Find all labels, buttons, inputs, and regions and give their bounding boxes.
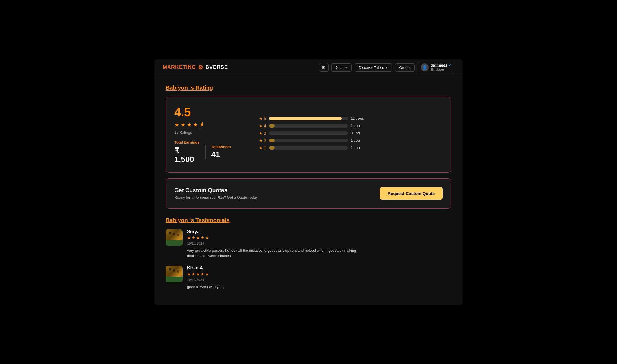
jobs-label: Jobs	[336, 65, 343, 70]
user-role: Employer	[431, 68, 451, 71]
testimonials-section-title: Babiyon 's Testimonials	[166, 217, 451, 223]
bar-star-1: ★1	[259, 146, 266, 150]
messages-icon: ✉	[322, 65, 325, 70]
bar-track-1	[269, 146, 348, 150]
logo-gear-icon: ⚙	[198, 64, 203, 71]
messages-button[interactable]: ✉	[319, 63, 329, 72]
rating-bars: ★5 12 users ★4 1 user ★3	[259, 116, 443, 153]
ratings-count: 15 Ratings	[174, 130, 236, 135]
testimonial-stars-1: ★ ★ ★ ★ ★	[187, 235, 357, 240]
star-1: ★	[174, 121, 179, 128]
quotes-title: Get Custom Quotes	[174, 187, 259, 194]
avatar-landscape-2	[166, 266, 183, 282]
bar-label-5: 12 users	[351, 117, 365, 120]
testimonial-name-1: Surya	[187, 229, 357, 234]
rating-left: 4.5 ★ ★ ★ ★ ⯨ 15 Ratings Total Earnings …	[174, 106, 236, 164]
testimonial-content-2: Kiran A ★ ★ ★ ★ ★ 19/10/2024 good to wor…	[187, 266, 223, 290]
jobs-chevron-icon: ▼	[345, 66, 347, 69]
avatar-landscape-1	[166, 229, 183, 246]
bar-label-1: 1 user	[351, 146, 365, 150]
navbar: MARKETING ⚙ BVERSE ✉ Jobs ▼ Discover Tal…	[154, 59, 463, 76]
rating-stars: ★ ★ ★ ★ ⯨	[174, 121, 236, 128]
bar-fill-5	[269, 117, 342, 120]
bar-row-4: ★4 1 user	[259, 124, 443, 128]
jobs-button[interactable]: Jobs ▼	[331, 63, 352, 72]
bar-star-2: ★2	[259, 138, 266, 143]
testimonial-avatar-2	[166, 266, 183, 282]
discover-talent-button[interactable]: Discover Talent ▼	[355, 63, 392, 72]
star-2: ★	[181, 121, 186, 128]
testimonial-item-2: Kiran A ★ ★ ★ ★ ★ 19/10/2024 good to wor…	[166, 266, 451, 290]
bar-label-3: 0 user	[351, 131, 365, 135]
bar-star-4: ★4	[259, 124, 266, 128]
orders-button[interactable]: Orders	[395, 63, 415, 72]
bar-track-4	[269, 124, 348, 128]
bar-star-5: ★5	[259, 116, 266, 121]
bar-fill-2	[269, 139, 275, 142]
bar-star-3: ★3	[259, 131, 266, 135]
content-area: Babiyon 's Rating 4.5 ★ ★ ★ ★ ⯨ 15 Ratin…	[154, 76, 463, 305]
user-text-block: 20110003 ✔ Employer	[431, 63, 451, 72]
works-block: TotalWorks 41	[211, 145, 237, 159]
bar-row-3: ★3 0 user	[259, 131, 443, 135]
logo: MARKETING ⚙ BVERSE	[163, 64, 228, 71]
rating-card: 4.5 ★ ★ ★ ★ ⯨ 15 Ratings Total Earnings …	[166, 97, 451, 173]
stats-divider	[205, 145, 206, 159]
works-label: TotalWorks	[211, 145, 237, 149]
quotes-text-block: Get Custom Quotes Ready for a Personaliz…	[174, 187, 259, 199]
testimonial-text-2: good to work with you.	[187, 284, 223, 290]
testimonial-date-1: 19/10/2024	[187, 242, 357, 245]
discover-chevron-icon: ▼	[385, 66, 388, 69]
bar-fill-1	[269, 146, 275, 150]
bar-row-2: ★2 1 user	[259, 138, 443, 143]
discover-talent-label: Discover Talent	[359, 65, 384, 70]
nav-actions: ✉ Jobs ▼ Discover Talent ▼ Orders 👤 2011…	[319, 62, 455, 73]
rating-section-title: Babiyon 's Rating	[166, 85, 451, 91]
bar-label-2: 1 user	[351, 139, 365, 142]
testimonial-stars-2: ★ ★ ★ ★ ★	[187, 272, 223, 277]
star-half: ⯨	[199, 121, 205, 128]
testimonial-text-1: very pro active person. he took all the …	[187, 248, 357, 259]
bar-fill-4	[269, 124, 275, 128]
testimonial-item-1: Surya ★ ★ ★ ★ ★ 19/10/2024 very pro acti…	[166, 229, 451, 259]
works-value: 41	[211, 150, 237, 159]
stats-row: Total Earnings ₹ 1,500 TotalWorks 41	[174, 140, 236, 164]
earnings-block: Total Earnings ₹ 1,500	[174, 140, 200, 164]
orders-label: Orders	[399, 65, 410, 70]
avatar: 👤	[421, 63, 429, 71]
bar-label-4: 1 user	[351, 124, 365, 128]
testimonial-date-2: 19/10/2024	[187, 278, 223, 282]
star-3: ★	[187, 121, 192, 128]
rating-score: 4.5	[174, 106, 236, 119]
testimonial-avatar-1	[166, 229, 183, 246]
bar-track-2	[269, 139, 348, 142]
request-quote-button[interactable]: Request Custom Quote	[380, 187, 443, 200]
bar-row-1: ★1 1 user	[259, 146, 443, 150]
quotes-subtitle: Ready for a Personalized Plan? Get a Quo…	[174, 195, 259, 199]
verified-icon: ✔	[448, 63, 451, 67]
bar-track-3	[269, 131, 348, 135]
star-4: ★	[193, 121, 198, 128]
earnings-label: Total Earnings	[174, 140, 200, 144]
testimonial-content-1: Surya ★ ★ ★ ★ ★ 19/10/2024 very pro acti…	[187, 229, 357, 259]
user-menu[interactable]: 👤 20110003 ✔ Employer	[418, 62, 454, 73]
browser-window: MARKETING ⚙ BVERSE ✉ Jobs ▼ Discover Tal…	[154, 59, 463, 305]
user-id: 20110003	[431, 63, 447, 68]
logo-marketing: MARKETING	[163, 64, 196, 70]
bar-track-5	[269, 117, 348, 120]
earnings-value: ₹ 1,500	[174, 146, 200, 164]
testimonial-name-2: Kiran A	[187, 266, 223, 271]
quotes-card: Get Custom Quotes Ready for a Personaliz…	[166, 178, 451, 209]
logo-verse: BVERSE	[205, 64, 228, 70]
bar-row-5: ★5 12 users	[259, 116, 443, 121]
